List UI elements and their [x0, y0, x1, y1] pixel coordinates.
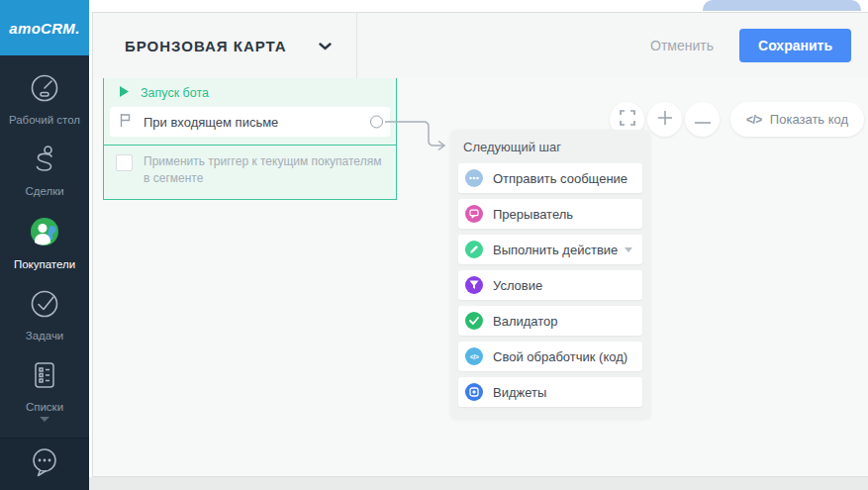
menu-item-interrupter[interactable]: Прерыватель — [458, 199, 642, 229]
header-actions: Отменить Сохранить — [650, 13, 868, 78]
sidebar-nav: Рабочий стол Сделки Покупатели — [0, 55, 89, 438]
flag-icon — [119, 113, 132, 132]
action-icon — [465, 241, 483, 258]
apply-trigger-checkbox[interactable] — [116, 154, 133, 171]
next-step-menu: Следующий шаг Отправить сообщение Прерыв… — [450, 130, 650, 419]
chevron-down-icon — [40, 417, 49, 422]
sidebar-item-label: Списки — [26, 401, 63, 414]
page-bottom-strip — [89, 477, 868, 490]
chevron-down-icon — [319, 37, 332, 54]
sidebar-item-label: Сделки — [25, 185, 63, 198]
condition-icon — [465, 276, 483, 294]
zoom-out-button[interactable] — [685, 102, 720, 137]
minus-icon — [695, 111, 711, 129]
menu-item-widgets[interactable]: Виджеты — [458, 377, 642, 407]
sidebar-item-tasks[interactable]: Задачи — [0, 287, 89, 343]
sidebar-item-label: Задачи — [26, 330, 64, 343]
tasks-icon — [28, 287, 61, 325]
connector-line — [384, 113, 449, 156]
menu-item-action[interactable]: Выполнить действие — [458, 235, 642, 264]
chevron-down-icon[interactable] — [625, 247, 632, 252]
fullscreen-icon — [620, 110, 635, 130]
bot-editor-card: БРОНЗОВАЯ КАРТА Отменить Сохранить Запус… — [92, 12, 868, 477]
page-title: БРОНЗОВАЯ КАРТА — [125, 38, 287, 54]
show-code-button[interactable]: </> Показать код — [730, 102, 864, 137]
menu-item-condition[interactable]: Условие — [458, 270, 642, 300]
flow-canvas[interactable]: Запуск бота При входящем письме Применит… — [93, 78, 868, 476]
menu-item-send-message[interactable]: Отправить сообщение — [458, 163, 642, 193]
chat-icon — [27, 444, 62, 484]
save-button[interactable]: Сохранить — [739, 29, 851, 62]
editor-header: БРОНЗОВАЯ КАРТА Отменить Сохранить — [93, 13, 868, 79]
next-step-title: Следующий шаг — [463, 140, 642, 154]
bot-title-dropdown[interactable]: БРОНЗОВАЯ КАРТА — [93, 13, 357, 78]
validator-icon — [465, 312, 483, 330]
trigger-row[interactable]: При входящем письме — [110, 107, 390, 137]
dashboard-icon — [28, 71, 61, 109]
cancel-button[interactable]: Отменить — [650, 38, 714, 53]
sidebar: amoCRM. Рабочий стол Сделки — [0, 0, 89, 490]
connector-handle[interactable] — [370, 116, 383, 129]
send-message-icon — [465, 169, 483, 187]
zoom-in-button[interactable] — [647, 102, 682, 137]
sidebar-item-label: Покупатели — [14, 258, 75, 271]
sidebar-item-buyers[interactable]: Покупатели — [0, 214, 89, 271]
code-icon: </> — [465, 347, 483, 365]
apply-trigger-section: Применить триггер к текущим покупателям … — [104, 145, 396, 199]
top-tab-fragment — [703, 0, 861, 11]
sidebar-chat-button[interactable] — [0, 438, 89, 490]
buyers-icon — [27, 214, 62, 253]
bot-start-label: Запуск бота — [141, 86, 209, 100]
sidebar-item-lists[interactable]: Списки — [0, 358, 89, 422]
widgets-icon — [465, 383, 483, 401]
deals-icon — [28, 143, 61, 180]
interrupter-icon — [465, 205, 483, 223]
play-icon — [119, 84, 130, 102]
plus-icon — [657, 110, 673, 130]
lists-icon — [28, 358, 61, 396]
menu-item-custom-code[interactable]: </> Свой обработчик (код) — [458, 342, 642, 371]
trigger-block: Запуск бота При входящем письме Применит… — [103, 78, 397, 200]
sidebar-item-dashboard[interactable]: Рабочий стол — [0, 71, 89, 127]
show-code-label: Показать код — [770, 112, 848, 127]
trigger-label: При входящем письме — [144, 115, 278, 130]
sidebar-item-deals[interactable]: Сделки — [0, 143, 89, 198]
sidebar-item-label: Рабочий стол — [9, 114, 80, 127]
menu-item-validator[interactable]: Валидатор — [458, 306, 642, 336]
apply-trigger-label: Применить триггер к текущим покупателям … — [144, 153, 381, 187]
amocrm-logo[interactable]: amoCRM. — [0, 0, 89, 55]
bot-start-row: Запуск бота — [104, 78, 396, 107]
code-icon: </> — [746, 113, 762, 127]
